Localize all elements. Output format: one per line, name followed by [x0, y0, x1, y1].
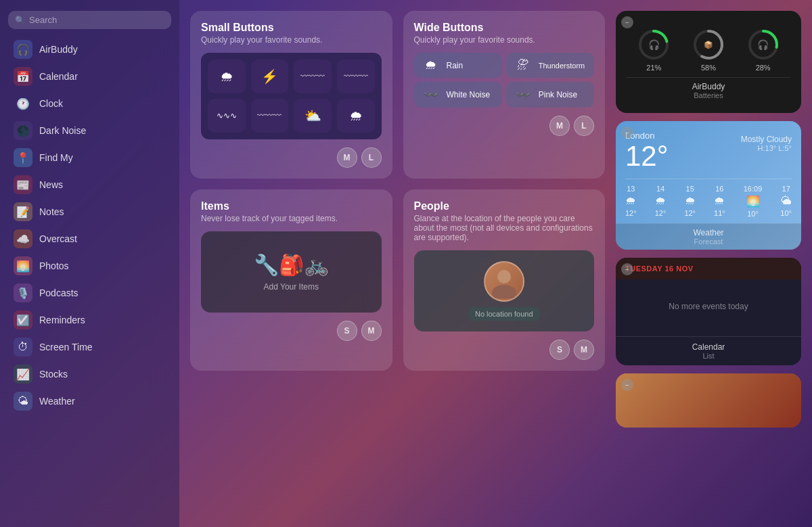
avatar-l2: L — [574, 116, 594, 136]
weather-condition: Mostly Cloudy — [741, 135, 792, 144]
sidebar-item-notes[interactable]: 📝Notes — [4, 198, 175, 225]
search-bar[interactable]: 🔍 — [8, 11, 171, 29]
btn-wave2[interactable]: 〰〰〰 — [337, 60, 375, 93]
reminders-app-icon: ☑️ — [14, 311, 32, 329]
circle-right-pct: 28% — [756, 64, 771, 72]
notes-app-icon: 📝 — [14, 202, 32, 221]
btn-rain[interactable]: 🌧 — [208, 60, 246, 93]
sidebar-item-overcast[interactable]: ☁️Overcast — [4, 225, 175, 252]
people-title: People — [414, 200, 595, 212]
find-my-app-icon: 📍 — [14, 148, 32, 167]
sidebar-label-photos: Photos — [39, 260, 69, 271]
avatar-m: M — [337, 147, 357, 168]
sidebar-label-podcasts: Podcasts — [39, 288, 78, 298]
wide-btn-rain[interactable]: 🌧 Rain — [414, 53, 502, 78]
svg-point-1 — [492, 285, 516, 298]
weather-app-name: Weather — [620, 228, 797, 237]
wide-btn-thunder[interactable]: ⛈ Thunderstorm — [506, 53, 594, 78]
white-noise-label: White Noise — [447, 90, 491, 99]
ring-right: 🎧 — [747, 28, 780, 61]
avatar-l: L — [361, 147, 382, 168]
photos-app-icon: 🌅 — [14, 256, 32, 275]
photo-widget: − — [616, 373, 801, 428]
calendar-footer: Calendar List — [616, 336, 801, 365]
search-input[interactable] — [29, 15, 164, 25]
thunder-icon: ⛈ — [513, 58, 533, 72]
items-subtitle: Never lose track of your tagged items. — [201, 214, 382, 223]
podcasts-app-icon: 🎙️ — [14, 283, 32, 302]
sidebar-item-stocks[interactable]: 📈Stocks — [4, 361, 175, 388]
ring-center-icon: 📦 — [704, 41, 713, 49]
ring-right-icon: 🎧 — [757, 39, 769, 50]
calendar-date: TUESDAY 16 NOV — [625, 265, 792, 273]
sidebar-item-news[interactable]: 📰News — [4, 171, 175, 198]
sidebar-label-news: News — [39, 179, 63, 190]
circle-right: 🎧 28% — [747, 28, 780, 72]
wide-buttons-subtitle: Quickly play your favorite sounds. — [414, 35, 595, 45]
sidebar-item-screen-time[interactable]: ⏱Screen Time — [4, 334, 175, 361]
sidebar-item-clock[interactable]: 🕐Clock — [4, 90, 175, 117]
wide-btn-white-noise[interactable]: 〰️ White Noise — [414, 82, 502, 108]
people-subtitle: Glance at the location of the people you… — [414, 214, 595, 242]
people-preview: No location found — [414, 250, 595, 331]
weather-app-icon: 🌤 — [14, 392, 32, 411]
calendar-content: TUESDAY 16 NOV No more events today Cale… — [616, 258, 801, 365]
btn-wave4[interactable]: 〰〰〰 — [251, 99, 289, 133]
people-avatars: S M — [414, 340, 595, 360]
ring-left: 🎧 — [637, 28, 670, 61]
items-add-label: Add Your Items — [264, 282, 319, 292]
sidebar-item-reminders[interactable]: ☑️Reminders — [4, 306, 175, 334]
sidebar-label-dark-noise: Dark Noise — [39, 125, 86, 136]
items-icons: 🔧🎒🚲 — [254, 253, 329, 277]
btn-thunder[interactable]: ⚡ — [251, 60, 289, 93]
calendar-header: TUESDAY 16 NOV — [616, 258, 801, 279]
person-avatar — [484, 261, 524, 302]
sidebar-item-podcasts[interactable]: 🎙️Podcasts — [4, 279, 175, 306]
circle-center: 📦 58% — [692, 28, 725, 72]
wide-buttons-grid: 🌧 Rain ⛈ Thunderstorm 〰️ White Noise 〰️ … — [414, 53, 595, 108]
no-location-label: No location found — [468, 307, 540, 321]
avatar-s: S — [337, 321, 357, 341]
sidebar-label-weather: Weather — [39, 396, 75, 407]
circle-left-pct: 21% — [646, 64, 661, 72]
news-app-icon: 📰 — [14, 175, 32, 194]
sidebar-item-airbuddy[interactable]: 🎧AirBuddy — [4, 36, 175, 63]
sidebar-item-find-my[interactable]: 📍Find My — [4, 144, 175, 171]
weather-footer: Weather Forecast — [616, 223, 801, 250]
btn-wave1[interactable]: 〰〰〰 — [294, 60, 332, 93]
people-card: People Glance at the location of the peo… — [403, 189, 606, 371]
weather-close-btn[interactable]: − — [621, 127, 633, 139]
white-noise-icon: 〰️ — [421, 87, 441, 102]
calendar-sub: List — [621, 352, 796, 360]
airbuddy-close-btn[interactable]: − — [621, 16, 633, 28]
pink-noise-icon: 〰️ — [513, 87, 533, 102]
right-panel: − 🎧 21% — [616, 0, 812, 527]
dark-noise-app-icon: 🌑 — [14, 121, 32, 140]
weather-widget: − London 12° Mostly Cloudy H:13° L:5° 13… — [616, 121, 801, 250]
forecast-item: 17🌥10° — [780, 185, 792, 218]
weather-content: London 12° Mostly Cloudy H:13° L:5° 13🌧1… — [616, 121, 801, 250]
wide-buttons-title: Wide Buttons — [414, 22, 595, 34]
sidebar-item-photos[interactable]: 🌅Photos — [4, 252, 175, 279]
ring-center: 📦 — [692, 28, 725, 61]
sidebar-item-weather[interactable]: 🌤Weather — [4, 388, 175, 415]
clock-app-icon: 🕐 — [14, 94, 32, 113]
btn-wave3[interactable]: ∿∿∿ — [208, 99, 246, 133]
main-content: Small Buttons Quickly play your favorite… — [179, 0, 616, 527]
calendar-body: No more events today — [616, 279, 801, 334]
wide-btn-pink-noise[interactable]: 〰️ Pink Noise — [506, 82, 594, 108]
avatar-m4: M — [574, 340, 594, 360]
sidebar-item-calendar[interactable]: 📅Calendar — [4, 63, 175, 90]
screen-time-app-icon: ⏱ — [14, 338, 32, 357]
sidebar-item-dark-noise[interactable]: 🌑Dark Noise — [4, 117, 175, 144]
calendar-widget: − TUESDAY 16 NOV No more events today Ca… — [616, 258, 801, 365]
sidebar-label-airbuddy: AirBuddy — [39, 44, 78, 55]
btn-cloud[interactable]: ⛅ — [294, 99, 332, 133]
avatar-m3: M — [361, 321, 382, 341]
btn-rain2[interactable]: 🌧 — [337, 99, 375, 133]
airbuddy-footer: AirBuddy Batteries — [627, 77, 790, 102]
pink-noise-label: Pink Noise — [539, 90, 577, 99]
airbuddy-circles: 🎧 21% 📦 58% — [627, 22, 790, 72]
circle-left: 🎧 21% — [637, 28, 670, 72]
sidebar-label-clock: Clock — [39, 98, 63, 109]
